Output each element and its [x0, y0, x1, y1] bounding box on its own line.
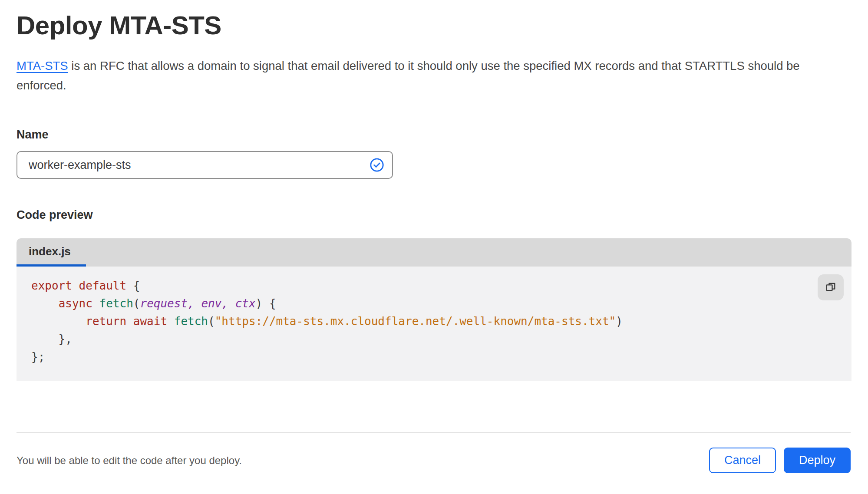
- page-title: Deploy MTA-STS: [17, 10, 851, 40]
- footer: You will be able to edit the code after …: [17, 436, 851, 473]
- code-body: export default { async fetch(request, en…: [17, 267, 851, 381]
- description: MTA-STS is an RFC that allows a domain t…: [17, 56, 846, 95]
- name-input-wrap: [17, 151, 393, 179]
- name-label: Name: [17, 128, 851, 142]
- footer-divider: [17, 432, 851, 433]
- deploy-mta-sts-page: Deploy MTA-STS MTA-STS is an RFC that al…: [0, 0, 868, 473]
- mta-sts-link[interactable]: MTA-STS: [17, 59, 68, 72]
- footer-note: You will be able to edit the code after …: [17, 454, 242, 467]
- deploy-button[interactable]: Deploy: [784, 448, 851, 473]
- copy-code-button[interactable]: [818, 274, 844, 300]
- tab-index-js[interactable]: index.js: [17, 238, 86, 267]
- code-preview-block: index.js export default { async fetch(re…: [17, 238, 851, 381]
- description-text: is an RFC that allows a domain to signal…: [17, 59, 800, 92]
- footer-actions: Cancel Deploy: [709, 448, 851, 473]
- code-preview-label: Code preview: [17, 208, 851, 222]
- name-input[interactable]: [28, 158, 370, 172]
- copy-icon: [825, 281, 837, 294]
- check-circle-icon: [370, 158, 384, 172]
- code-tabbar: index.js: [17, 238, 851, 267]
- cancel-button[interactable]: Cancel: [709, 448, 776, 473]
- code-content: export default { async fetch(request, en…: [31, 277, 812, 366]
